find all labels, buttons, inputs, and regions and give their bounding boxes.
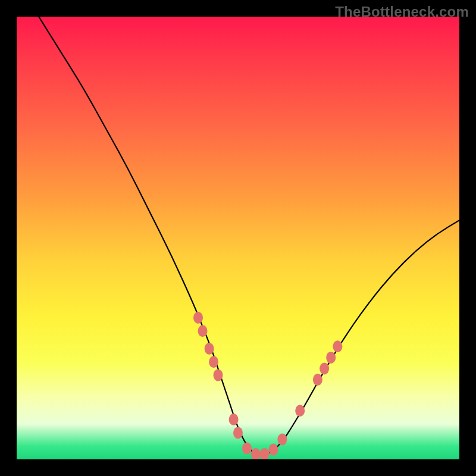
curve-layer [17,17,459,459]
watermark-text: TheBottleneck.com [335,4,469,20]
data-marker [333,340,342,352]
data-marker [277,434,287,446]
data-marker [193,312,203,324]
data-marker [313,374,322,386]
plot-area [17,17,459,459]
data-marker [326,352,336,364]
data-marker [233,427,243,439]
data-marker [198,325,208,337]
data-marker [214,369,223,381]
bottleneck-curve [17,17,459,455]
data-marker [242,442,252,454]
data-marker [251,448,261,459]
data-marker [295,405,305,416]
data-marker [320,363,329,375]
data-marker [269,444,278,456]
data-marker [260,448,270,459]
data-marker [205,343,214,355]
data-markers [193,312,342,459]
data-marker [229,414,239,425]
data-marker [209,356,218,368]
